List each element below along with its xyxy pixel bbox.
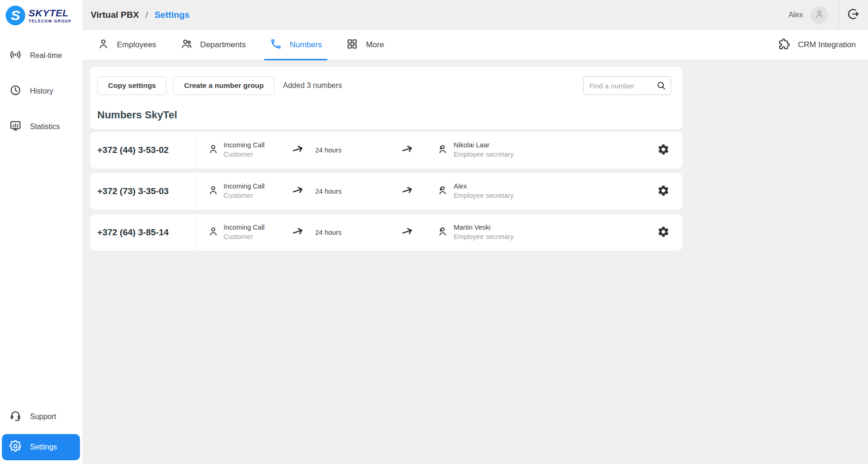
arrow-right-icon xyxy=(291,183,307,199)
numbers-heading: Numbers SkyTel xyxy=(97,109,682,121)
phone-number: +372 (64) 3-85-14 xyxy=(90,227,195,238)
gear-icon xyxy=(657,143,670,158)
sidebar-item-label: Support xyxy=(30,413,56,421)
person-headset-icon xyxy=(437,185,448,198)
brand-name: SKYTEL xyxy=(29,8,72,18)
sidebar-item-history[interactable]: History xyxy=(0,79,82,104)
brand-tagline: TELECOM GROUP xyxy=(29,19,72,23)
phone-icon xyxy=(270,38,282,52)
target-subtitle: Employee secretary xyxy=(454,150,514,160)
row-settings-button[interactable] xyxy=(655,142,671,158)
sidebar-nav-bottom: Support Settings xyxy=(0,404,82,464)
person-headset-icon xyxy=(437,226,448,239)
gear-icon xyxy=(9,440,22,454)
crm-label: CRM Integration xyxy=(798,40,856,50)
call-source: Incoming Call Customer xyxy=(208,182,282,200)
added-numbers-text: Added 3 numbers xyxy=(283,81,342,90)
call-target: Alex Employee secretary xyxy=(437,182,655,200)
numbers-panel: Copy settings Create a number group Adde… xyxy=(90,67,682,129)
breadcrumb-current: Settings xyxy=(154,10,189,20)
row-divider xyxy=(195,214,195,251)
person-icon xyxy=(97,38,109,52)
gear-icon xyxy=(657,225,670,240)
row-settings-button[interactable] xyxy=(655,225,671,240)
sidebar-item-statistics[interactable]: Statistics xyxy=(0,114,82,139)
number-rows: +372 (44) 3-53-02 Incoming Call Customer… xyxy=(90,132,682,255)
arrow-right-icon xyxy=(291,225,307,240)
sidebar-item-label: Statistics xyxy=(30,123,60,131)
row-settings-button[interactable] xyxy=(655,183,671,199)
brand-logo: S SKYTEL TELECOM GROUP xyxy=(0,0,82,30)
search-box xyxy=(583,76,671,95)
duration: 24 hours xyxy=(315,188,367,195)
phone-number: +372 (73) 3-35-03 xyxy=(90,186,195,196)
target-subtitle: Employee secretary xyxy=(454,232,514,242)
source-subtitle: Customer xyxy=(224,232,265,242)
sidebar-item-label: Real-time xyxy=(30,51,62,60)
gear-icon xyxy=(657,184,670,199)
app-root: S SKYTEL TELECOM GROUP Real-time History… xyxy=(0,0,868,464)
sidebar-nav: Real-time History Statistics xyxy=(0,43,82,139)
create-number-group-button[interactable]: Create a number group xyxy=(173,76,275,95)
person-icon xyxy=(814,9,825,21)
arrow-right-icon xyxy=(291,142,307,158)
brand-logo-icon: S xyxy=(6,6,25,25)
target-name: Martin Veski xyxy=(454,223,514,232)
tab-label: More xyxy=(366,40,384,50)
call-target: Martin Veski Employee secretary xyxy=(437,223,655,241)
number-row: +372 (44) 3-53-02 Incoming Call Customer… xyxy=(90,132,682,168)
broadcast-icon xyxy=(9,49,22,63)
tab-label: Departments xyxy=(200,40,246,50)
tab-more[interactable]: More xyxy=(334,30,396,60)
breadcrumb-separator: / xyxy=(145,10,148,20)
tab-numbers[interactable]: Numbers xyxy=(258,30,334,60)
duration: 24 hours xyxy=(315,229,367,236)
tab-label: Numbers xyxy=(289,40,322,50)
breadcrumb-root[interactable]: Virtual PBX xyxy=(91,10,139,20)
person-icon xyxy=(208,226,219,239)
user-name: Alex xyxy=(788,11,803,19)
people-icon xyxy=(181,38,193,52)
arrow-right-icon xyxy=(400,225,416,240)
person-headset-icon xyxy=(437,144,448,157)
headset-icon xyxy=(9,410,22,424)
number-row: +372 (64) 3-85-14 Incoming Call Customer… xyxy=(90,214,682,251)
target-name: Nikolai Laar xyxy=(454,141,514,150)
tab-label: Employees xyxy=(117,40,156,50)
call-target: Nikolai Laar Employee secretary xyxy=(437,141,655,159)
toolbar: Copy settings Create a number group Adde… xyxy=(90,67,682,95)
row-divider xyxy=(195,173,195,210)
tabs-bar: Employees Departments Numbers More CRM I… xyxy=(82,30,868,60)
tab-employees[interactable]: Employees xyxy=(85,30,168,60)
logout-button[interactable] xyxy=(839,0,868,30)
avatar[interactable] xyxy=(810,6,828,24)
arrow-right-icon xyxy=(400,183,416,199)
number-row: +372 (73) 3-35-03 Incoming Call Customer… xyxy=(90,173,682,210)
grid-icon xyxy=(346,38,358,52)
row-divider xyxy=(195,132,195,168)
phone-number: +372 (44) 3-53-02 xyxy=(90,145,195,155)
logout-icon xyxy=(847,7,860,22)
copy-settings-button[interactable]: Copy settings xyxy=(97,76,166,95)
person-icon xyxy=(208,185,219,198)
clock-icon xyxy=(9,84,22,98)
target-name: Alex xyxy=(454,182,514,191)
header: Virtual PBX / Settings Alex xyxy=(82,0,868,30)
breadcrumb: Virtual PBX / Settings xyxy=(91,10,189,20)
crm-integration-button[interactable]: CRM Integration xyxy=(777,37,856,53)
sidebar-item-support[interactable]: Support xyxy=(0,404,82,429)
sidebar-item-settings[interactable]: Settings xyxy=(2,434,80,460)
arrow-right-icon xyxy=(400,142,416,158)
source-title: Incoming Call xyxy=(224,182,265,191)
source-title: Incoming Call xyxy=(224,141,265,150)
main-content: Copy settings Create a number group Adde… xyxy=(82,61,868,464)
puzzle-icon xyxy=(777,37,790,53)
sidebar-item-label: Settings xyxy=(30,443,57,451)
sidebar-item-real-time[interactable]: Real-time xyxy=(0,43,82,68)
source-subtitle: Customer xyxy=(224,150,265,160)
target-subtitle: Employee secretary xyxy=(454,191,514,201)
person-icon xyxy=(208,144,219,157)
tab-departments[interactable]: Departments xyxy=(168,30,258,60)
sidebar-item-label: History xyxy=(30,87,53,95)
call-source: Incoming Call Customer xyxy=(208,141,282,159)
